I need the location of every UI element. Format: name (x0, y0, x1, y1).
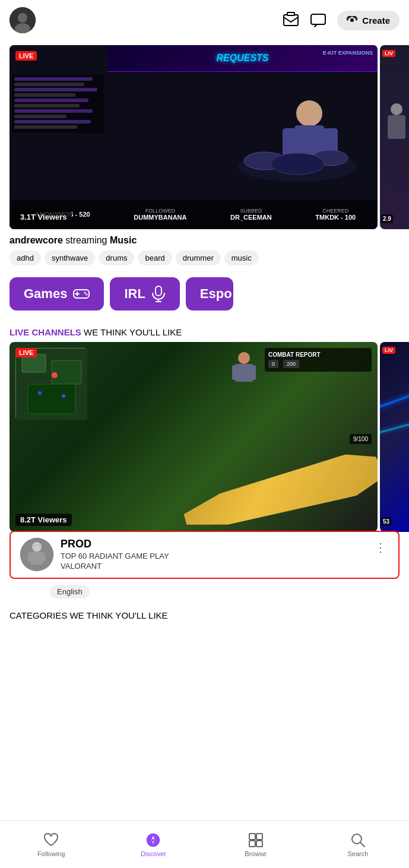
tags-row: adhd synthwave drums beard drummer music (0, 246, 409, 270)
svg-rect-28 (28, 384, 75, 414)
svg-point-31 (62, 394, 65, 398)
tag-music[interactable]: music (224, 251, 259, 265)
header: Create (0, 0, 409, 40)
live-badge: LIVE (15, 51, 37, 61)
search-icon (350, 832, 366, 848)
live-channel-main-card[interactable]: COMBAT REPORT 0 200 (9, 342, 378, 532)
game-score: 9/100 (350, 434, 372, 444)
discover-label: Discover (141, 850, 166, 857)
svg-point-8 (296, 100, 322, 126)
svg-rect-45 (256, 834, 262, 840)
svg-point-21 (86, 294, 88, 296)
nav-search[interactable]: Search (307, 832, 409, 857)
svg-point-20 (84, 292, 86, 294)
stream-row: REQUESTS E-KIT EXPANSIONS (0, 45, 409, 229)
live-dot-icon (347, 16, 357, 24)
kit-expansion-label: E-KIT EXPANSIONS (323, 50, 373, 56)
language-badge[interactable]: English (50, 585, 90, 598)
followed-label: Followed (134, 208, 186, 214)
live-channel-viewers: 8.2T Viewers (15, 514, 72, 526)
valorant-map (15, 348, 87, 419)
svg-rect-46 (249, 841, 255, 847)
streamer-name-text: andrewcore streaming Music (9, 235, 137, 245)
search-label: Search (347, 850, 368, 857)
tag-drummer[interactable]: drummer (176, 251, 221, 265)
svg-rect-27 (52, 360, 81, 384)
gun-visual (178, 442, 378, 532)
create-button[interactable]: Create (337, 11, 400, 30)
browse-label: Browse (245, 850, 267, 857)
tag-beard[interactable]: beard (138, 251, 172, 265)
espo-category-button[interactable]: Espo (186, 277, 233, 311)
svg-rect-5 (311, 14, 325, 24)
svg-point-15 (391, 103, 402, 115)
nav-discover[interactable]: Discover (102, 832, 204, 857)
side-stream-card[interactable]: LIV 2.9 (380, 45, 409, 229)
stream-info: andrewcore streaming Music (0, 229, 409, 246)
svg-rect-44 (249, 834, 255, 840)
svg-point-32 (238, 352, 250, 364)
create-label: Create (362, 15, 390, 26)
channel-text: PROD TOP 60 RADIANT GAME PLAYVALORANT (61, 538, 365, 572)
svg-point-41 (147, 833, 160, 846)
channel-name: PROD (61, 538, 365, 550)
svg-point-14 (271, 153, 324, 175)
svg-rect-3 (284, 15, 298, 26)
bottom-nav: Following Discover Browse (0, 821, 409, 868)
categories-section-header: CATEGORIES WE THINK YOU'LL LIKE (0, 598, 409, 625)
subbed-label: Subbed (230, 208, 272, 214)
svg-line-49 (360, 842, 364, 847)
tag-adhd[interactable]: adhd (9, 251, 41, 265)
tag-drums[interactable]: drums (99, 251, 134, 265)
channel-language: English (50, 585, 409, 598)
channel-info-row: PROD TOP 60 RADIANT GAME PLAYVALORANT ⋮ (9, 531, 400, 579)
tag-synthwave[interactable]: synthwave (45, 251, 95, 265)
svg-rect-47 (256, 841, 262, 847)
side-viewer-count: 2.9 (381, 214, 393, 223)
user-avatar[interactable] (9, 7, 36, 33)
live-channel-side-thumbnail: LIV 53 (380, 342, 409, 532)
microphone-icon (151, 286, 166, 302)
espo-label: Espo (200, 286, 232, 302)
svg-point-6 (350, 18, 354, 22)
following-label: Following (37, 850, 65, 857)
svg-rect-34 (232, 365, 239, 380)
svg-point-37 (32, 542, 42, 552)
category-row: Games IRL (0, 270, 409, 318)
svg-rect-4 (287, 12, 294, 15)
header-icons: Create (283, 11, 400, 30)
side-live-channel-badge: LIV (382, 347, 395, 354)
irl-label: IRL (124, 286, 145, 302)
svg-point-29 (52, 372, 58, 378)
svg-rect-16 (388, 115, 405, 139)
channel-avatar (20, 538, 53, 571)
irl-category-button[interactable]: IRL (110, 277, 179, 311)
side-live-viewers: 53 (381, 517, 391, 526)
heart-icon (43, 832, 59, 848)
viewer-count: 3.1T Viewers (15, 211, 72, 223)
live-channel-thumbnail: COMBAT REPORT 0 200 (9, 342, 378, 532)
combat-report-panel: COMBAT REPORT 0 200 (265, 348, 372, 372)
followed-name: DUMMYBANANA (134, 214, 186, 221)
channel-desc: TOP 60 RADIANT GAME PLAYVALORANT (61, 552, 365, 572)
svg-point-1 (18, 13, 27, 23)
live-channel-side-card[interactable]: LIV 53 (380, 342, 409, 532)
cheered-name: TMKDK - 100 (315, 214, 356, 221)
games-category-button[interactable]: Games (9, 277, 104, 311)
nav-browse[interactable]: Browse (205, 832, 307, 857)
svg-rect-39 (28, 553, 33, 562)
main-stream-card[interactable]: REQUESTS E-KIT EXPANSIONS (9, 45, 378, 229)
subbed-name: DR_CEEMAN (230, 214, 272, 221)
gamepad-icon (73, 287, 90, 300)
browse-icon (248, 832, 264, 848)
live-channel-row: COMBAT REPORT 0 200 (0, 342, 409, 532)
stream-thumbnail: REQUESTS E-KIT EXPANSIONS (9, 45, 378, 229)
live-channels-header: LIVE CHANNELS WE THINK YOU'LL LIKE (0, 318, 409, 342)
side-live-badge: LIV (382, 50, 395, 57)
nav-following[interactable]: Following (0, 832, 102, 857)
cheered-label: Cheered (315, 208, 356, 214)
inbox-icon[interactable] (283, 12, 299, 28)
chat-icon[interactable] (310, 12, 326, 28)
channel-menu-button[interactable]: ⋮ (372, 538, 389, 557)
live-channel-badge: LIVE (15, 348, 37, 357)
